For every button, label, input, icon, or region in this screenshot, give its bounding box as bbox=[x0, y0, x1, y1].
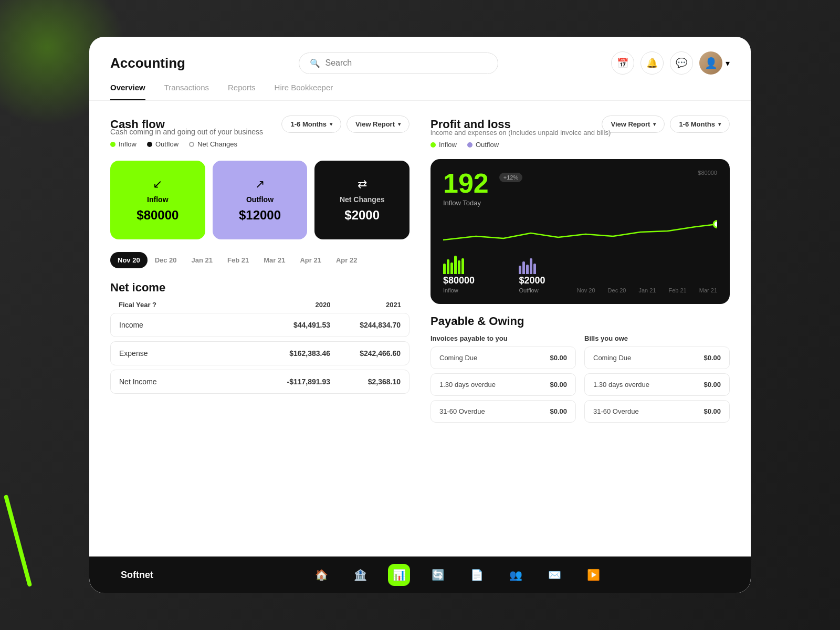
header: Accounting 🔍 📅 🔔 💬 👤 ▾ bbox=[89, 37, 751, 75]
col-fiscal-label: Fical Year ? bbox=[119, 301, 260, 309]
obar4 bbox=[530, 258, 532, 274]
profit-chart: 192 Inflow Today +12% $80000 bbox=[430, 159, 730, 304]
income-2020: $44,491.53 bbox=[260, 321, 330, 329]
chart-inflow-stat: $80000 Inflow bbox=[443, 253, 475, 293]
payable-col1-row1: Coming Due $0.00 bbox=[430, 346, 576, 369]
cashflow-section: Cash flow 1-6 Months ▾ View Report ▾ bbox=[110, 116, 410, 148]
left-panel: Cash flow 1-6 Months ▾ View Report ▾ bbox=[110, 116, 410, 542]
right-panel: Profit and loss View Report ▾ 1-6 Months… bbox=[430, 116, 730, 542]
nav-item-reports[interactable]: Reports bbox=[228, 83, 256, 100]
payable-col2-row2-label: 1.30 days overdue bbox=[593, 381, 649, 388]
timeline: Nov 20 Dec 20 Jan 21 Feb 21 Mar 21 Apr 2… bbox=[110, 252, 410, 268]
bar1 bbox=[443, 264, 446, 274]
obar2 bbox=[522, 261, 525, 274]
income-row-label: Income bbox=[119, 321, 260, 329]
nav-item-hire-bookkeeper[interactable]: Hire Bookkeeper bbox=[275, 83, 333, 100]
profit-legend: Inflow Outflow bbox=[430, 141, 730, 149]
timeline-jan21[interactable]: Jan 21 bbox=[184, 252, 220, 268]
timeline-dec20[interactable]: Dec 20 bbox=[148, 252, 184, 268]
inflow-mini-bars bbox=[443, 253, 475, 274]
bottom-nav-home[interactable]: 🏠 bbox=[310, 564, 332, 586]
timeline-feb21[interactable]: Feb 21 bbox=[220, 252, 256, 268]
profit-period-btn[interactable]: 1-6 Months ▾ bbox=[670, 116, 730, 133]
payable-col2-row1-label: Coming Due bbox=[593, 354, 631, 362]
bar4 bbox=[454, 256, 457, 274]
payable-row-3: 31-60 Overdue $0.00 31-60 Overdue $0.00 bbox=[430, 400, 730, 423]
chart-outflow-stat: $2000 Outflow bbox=[519, 253, 545, 293]
chart-svg bbox=[443, 211, 717, 253]
net-income-section: Net icome Fical Year ? 2020 2021 Income … bbox=[110, 281, 410, 398]
payable-col2-header: Bills you owe bbox=[584, 334, 730, 346]
profit-legend-inflow: Inflow bbox=[430, 141, 457, 149]
table-row-expense: Expense $162,383.46 $242,466.60 bbox=[110, 341, 410, 365]
bottom-nav-document[interactable]: 📄 bbox=[466, 564, 488, 586]
inflow-stat-value: $80000 bbox=[443, 275, 475, 286]
legend-outflow: Outflow bbox=[147, 140, 178, 148]
legend-net-changes: Net Changes bbox=[189, 140, 237, 148]
legend-inflow: Inflow bbox=[110, 140, 136, 148]
outflow-arrow-icon: ↗ bbox=[255, 177, 265, 191]
net-income-row-label: Net Income bbox=[119, 377, 260, 386]
net-income-title: Net icome bbox=[110, 281, 410, 295]
bottom-nav-mail[interactable]: ✉️ bbox=[543, 564, 565, 586]
chart-top: 192 Inflow Today +12% $80000 bbox=[443, 170, 717, 207]
search-icon: 🔍 bbox=[310, 58, 320, 68]
profit-inflow-dot bbox=[430, 142, 436, 148]
payable-row-2: 1.30 days overdue $0.00 1.30 days overdu… bbox=[430, 373, 730, 396]
avatar-chevron: ▾ bbox=[726, 58, 730, 68]
profit-report-chevron-icon: ▾ bbox=[653, 121, 656, 127]
inflow-stat-label: Inflow bbox=[443, 287, 475, 293]
nav-item-transactions[interactable]: Transactions bbox=[164, 83, 209, 100]
outflow-card: ↗ Outflow $12000 bbox=[213, 161, 308, 239]
bottom-nav-icons: 🏠 🏦 📊 🔄 📄 👥 ✉️ ▶️ bbox=[195, 564, 719, 586]
bottom-nav-bank[interactable]: 🏦 bbox=[349, 564, 371, 586]
user-avatar-wrap[interactable]: 👤 ▾ bbox=[699, 51, 730, 75]
income-2021: $244,834.70 bbox=[330, 321, 401, 329]
cashflow-legend: Inflow Outflow Net Changes bbox=[110, 140, 410, 148]
bottom-nav-play[interactable]: ▶️ bbox=[582, 564, 604, 586]
notification-button[interactable]: 🔔 bbox=[640, 51, 664, 75]
net-income-table-header: Fical Year ? 2020 2021 bbox=[110, 301, 410, 313]
bottom-bar: Softnet 🏠 🏦 📊 🔄 📄 👥 ✉️ ▶️ bbox=[89, 556, 751, 593]
chart-main-value: 192 bbox=[443, 170, 489, 197]
payable-col1-row1-label: Coming Due bbox=[439, 354, 477, 362]
net-changes-dot bbox=[189, 142, 194, 147]
content-area: Cash flow 1-6 Months ▾ View Report ▾ bbox=[89, 101, 751, 556]
payable-section: Payable & Owing Invoices payable to you … bbox=[430, 314, 730, 427]
outflow-dot bbox=[147, 142, 152, 147]
flow-cards: ↙ Inflow $80000 ↗ Outflow $12000 ⇄ Net C… bbox=[110, 161, 410, 239]
payable-col2-row1: Coming Due $0.00 bbox=[584, 346, 730, 369]
search-bar[interactable]: 🔍 bbox=[299, 52, 498, 74]
timeline-apr22[interactable]: Apr 22 bbox=[329, 252, 364, 268]
net-arrow-icon: ⇄ bbox=[358, 177, 367, 191]
outflow-label: Outflow bbox=[246, 195, 274, 204]
cashflow-report-btn[interactable]: View Report ▾ bbox=[346, 116, 410, 133]
nav-item-overview[interactable]: Overview bbox=[110, 83, 145, 100]
month-dec20: Dec 20 bbox=[608, 287, 626, 293]
profit-loss-section: Profit and loss View Report ▾ 1-6 Months… bbox=[430, 116, 730, 149]
bottom-nav-users[interactable]: 👥 bbox=[505, 564, 527, 586]
month-jan21: Jan 21 bbox=[638, 287, 656, 293]
calendar-button[interactable]: 📅 bbox=[611, 51, 634, 75]
payable-column-headers: Invoices payable to you Bills you owe bbox=[430, 334, 730, 346]
timeline-mar21[interactable]: Mar 21 bbox=[256, 252, 292, 268]
net-label: Net Changes bbox=[340, 195, 385, 204]
timeline-nov20[interactable]: Nov 20 bbox=[110, 252, 148, 268]
chart-label: Inflow Today bbox=[443, 199, 489, 207]
net-value: $2000 bbox=[344, 208, 380, 223]
outer-background: Accounting 🔍 📅 🔔 💬 👤 ▾ Overview Transact… bbox=[0, 0, 840, 630]
search-input[interactable] bbox=[326, 58, 487, 68]
obar1 bbox=[519, 266, 521, 274]
chat-button[interactable]: 💬 bbox=[670, 51, 693, 75]
col-2021-header: 2021 bbox=[331, 301, 402, 309]
bar3 bbox=[450, 262, 453, 274]
chart-y-label: $80000 bbox=[533, 170, 717, 176]
expense-2020: $162,383.46 bbox=[260, 349, 330, 358]
profit-period-chevron-icon: ▾ bbox=[718, 121, 721, 127]
timeline-apr21[interactable]: Apr 21 bbox=[292, 252, 328, 268]
cashflow-period-btn[interactable]: 1-6 Months ▾ bbox=[281, 116, 341, 133]
profit-report-btn[interactable]: View Report ▾ bbox=[602, 116, 665, 133]
chart-value-group: 192 Inflow Today bbox=[443, 170, 489, 207]
bottom-nav-chart[interactable]: 📊 bbox=[388, 564, 410, 586]
bottom-nav-refresh[interactable]: 🔄 bbox=[427, 564, 449, 586]
